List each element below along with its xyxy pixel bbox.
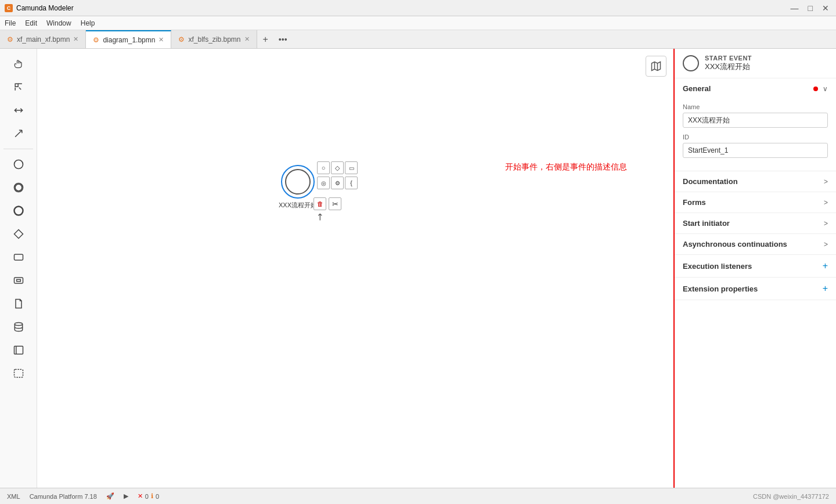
- name-input[interactable]: [683, 113, 828, 128]
- ctx-append[interactable]: ✂: [329, 197, 341, 210]
- svg-rect-4: [14, 254, 23, 260]
- async-chevron: >: [824, 240, 828, 249]
- minimap-toggle[interactable]: [646, 56, 666, 77]
- panel-event-name: XXX流程开始: [705, 62, 752, 72]
- menu-help[interactable]: Help: [81, 19, 95, 27]
- bpmn-cluster[interactable]: XXX流程开始 ○ ◇ ▭ ◎ ⚙: [281, 165, 385, 223]
- tab-icon-1: ⚙: [93, 36, 99, 44]
- id-label: ID: [683, 134, 828, 141]
- tab-label-2: xf_blfs_zib.bpmn: [188, 35, 240, 44]
- space-tool-button[interactable]: [7, 100, 30, 121]
- svg-point-3: [14, 207, 23, 215]
- ctx-settings[interactable]: ⚙: [331, 177, 344, 189]
- section-execution-listeners-header[interactable]: Execution listeners +: [675, 255, 836, 277]
- create-start-event-button[interactable]: [7, 154, 30, 175]
- tab-icon-0: ⚙: [7, 35, 13, 44]
- ctx-double-circle[interactable]: ◎: [317, 177, 330, 189]
- create-data-store-button[interactable]: [7, 316, 30, 337]
- id-input[interactable]: [683, 143, 828, 158]
- documentation-chevron: >: [824, 178, 828, 186]
- warning-icon: ℹ: [151, 492, 153, 500]
- canvas[interactable]: 开始事件，右侧是事件的描述信息 XXX流程开始 ○ ◇: [37, 49, 673, 488]
- menu-bar: File Edit Window Help: [0, 16, 836, 30]
- svg-point-2: [15, 184, 22, 191]
- lasso-tool-button[interactable]: [7, 77, 30, 98]
- section-general-header[interactable]: General ∨: [675, 78, 836, 99]
- extension-properties-title: Extension properties: [683, 285, 758, 293]
- main-layout: 开始事件，右侧是事件的描述信息 XXX流程开始 ○ ◇: [0, 49, 836, 488]
- general-content: Name ID: [675, 99, 836, 171]
- section-execution-listeners: Execution listeners +: [675, 255, 836, 278]
- svg-rect-5: [14, 278, 23, 283]
- window-controls[interactable]: — □ ✕: [788, 3, 831, 13]
- name-label: Name: [683, 103, 828, 110]
- ctx-rect[interactable]: ▭: [345, 161, 358, 174]
- tab-label-1: diagram_1.bpmn: [103, 36, 155, 44]
- section-forms-header[interactable]: Forms >: [675, 192, 836, 213]
- title-bar: C Camunda Modeler — □ ✕: [0, 0, 836, 16]
- menu-edit[interactable]: Edit: [25, 19, 37, 27]
- minimize-button[interactable]: —: [788, 3, 801, 13]
- create-data-object-button[interactable]: [7, 293, 30, 314]
- ctx-diamond[interactable]: ◇: [331, 161, 344, 174]
- section-documentation: Documentation >: [675, 171, 836, 192]
- create-pool-button[interactable]: [7, 340, 30, 361]
- async-title: Asynchronous continuations: [683, 240, 787, 249]
- extension-properties-add[interactable]: +: [823, 283, 828, 294]
- tab-more-button[interactable]: •••: [274, 35, 292, 44]
- status-deploy-icon[interactable]: 🚀: [106, 492, 114, 500]
- svg-rect-10: [14, 369, 23, 377]
- create-subprocess-button[interactable]: [7, 270, 30, 291]
- forms-title: Forms: [683, 198, 706, 207]
- forms-chevron: >: [824, 199, 828, 207]
- hand-tool-button[interactable]: [7, 53, 30, 74]
- section-extension-properties-header[interactable]: Extension properties +: [675, 278, 836, 300]
- bpmn-element-label: XXX流程开始: [276, 201, 319, 210]
- documentation-title: Documentation: [683, 177, 738, 186]
- status-run-icon[interactable]: ▶: [124, 492, 128, 500]
- tab-label-0: xf_main_xf.bpmn: [17, 35, 70, 44]
- section-documentation-header[interactable]: Documentation >: [675, 171, 836, 192]
- menu-window[interactable]: Window: [46, 19, 71, 27]
- right-panel: START EVENT XXX流程开始 General ∨ Name ID: [673, 49, 836, 488]
- svg-rect-8: [14, 346, 23, 354]
- tab-add-button[interactable]: +: [257, 34, 274, 45]
- tab-xf-blfs[interactable]: ⚙ xf_blfs_zib.bpmn ✕: [171, 30, 257, 48]
- create-intermediate-event-button[interactable]: [7, 177, 30, 198]
- left-toolbar: [0, 49, 37, 488]
- start-initiator-title: Start initiator: [683, 219, 730, 228]
- tab-xf-main[interactable]: ⚙ xf_main_xf.bpmn ✕: [0, 30, 86, 48]
- section-general: General ∨ Name ID: [675, 78, 836, 171]
- maximize-button[interactable]: □: [806, 3, 815, 13]
- panel-header: START EVENT XXX流程开始: [675, 49, 836, 78]
- tab-close-0[interactable]: ✕: [73, 35, 78, 43]
- tab-close-1[interactable]: ✕: [158, 36, 164, 44]
- global-connect-button[interactable]: [7, 123, 30, 144]
- section-start-initiator-header[interactable]: Start initiator >: [675, 213, 836, 233]
- panel-event-circle: [683, 55, 699, 71]
- tab-close-2[interactable]: ✕: [244, 35, 250, 43]
- create-group-button[interactable]: [7, 363, 30, 384]
- section-extension-properties: Extension properties +: [675, 278, 836, 300]
- tab-diagram-1[interactable]: ⚙ diagram_1.bpmn ✕: [86, 30, 171, 48]
- status-errors: ✕ 0 ℹ 0: [138, 492, 159, 500]
- ctx-circle[interactable]: ○: [317, 161, 330, 174]
- close-button[interactable]: ✕: [820, 3, 831, 13]
- tab-bar: ⚙ xf_main_xf.bpmn ✕ ⚙ diagram_1.bpmn ✕ ⚙…: [0, 30, 836, 49]
- ctx-bracket[interactable]: {: [345, 177, 358, 189]
- id-field: ID: [683, 134, 828, 158]
- menu-file[interactable]: File: [5, 19, 16, 27]
- ctx-connector[interactable]: ↗: [313, 210, 326, 224]
- section-async: Asynchronous continuations >: [675, 234, 836, 255]
- section-async-header[interactable]: Asynchronous continuations >: [675, 234, 836, 254]
- panel-event-type: START EVENT: [705, 55, 752, 62]
- create-task-button[interactable]: [7, 247, 30, 268]
- name-field: Name: [683, 103, 828, 128]
- create-end-event-button[interactable]: [7, 200, 30, 221]
- ctx-delete[interactable]: 🗑: [314, 197, 326, 210]
- warning-count: 0: [156, 493, 159, 500]
- context-pad[interactable]: ○ ◇ ▭ ◎ ⚙ {: [317, 161, 358, 189]
- create-gateway-button[interactable]: [7, 224, 30, 244]
- execution-listeners-add[interactable]: +: [823, 261, 828, 271]
- start-event-selected[interactable]: [281, 165, 315, 199]
